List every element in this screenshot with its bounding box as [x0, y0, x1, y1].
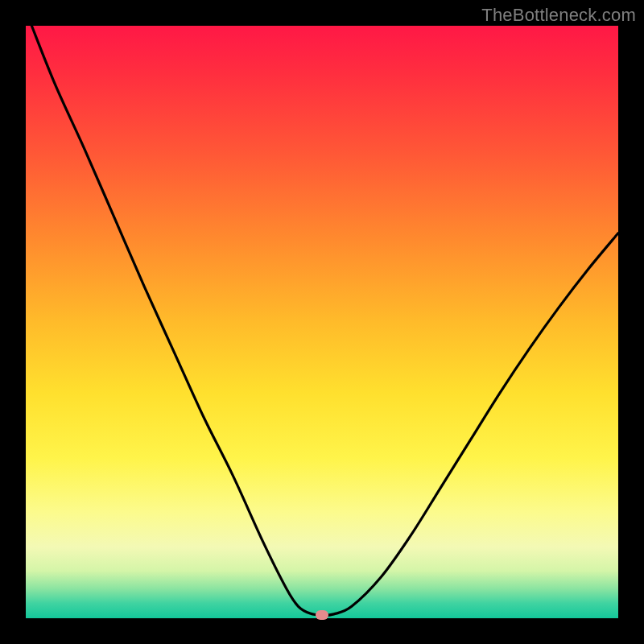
bottleneck-curve: [26, 26, 618, 618]
minimum-marker: [316, 610, 328, 620]
curve-path: [31, 26, 618, 615]
attribution-text: TheBottleneck.com: [481, 5, 636, 26]
plot-area: [26, 26, 618, 618]
chart-frame: TheBottleneck.com: [0, 0, 644, 644]
